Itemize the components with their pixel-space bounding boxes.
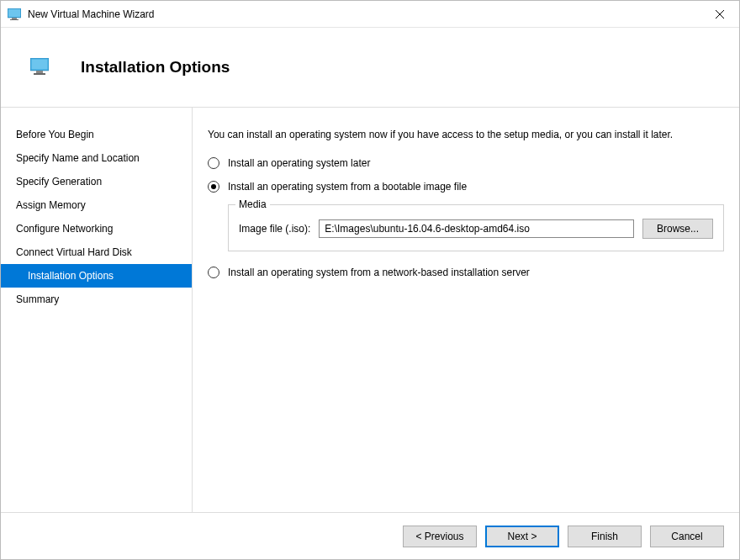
radio-install-later[interactable] (208, 157, 219, 169)
radio-install-bootable[interactable] (208, 181, 219, 193)
finish-button[interactable]: Finish (568, 526, 642, 547)
nav-summary[interactable]: Summary (1, 288, 192, 311)
titlebar: New Virtual Machine Wizard (1, 1, 739, 28)
wizard-body: Before You Begin Specify Name and Locati… (1, 108, 739, 512)
nav-specify-generation[interactable]: Specify Generation (1, 170, 192, 193)
content-pane: You can install an operating system now … (193, 108, 739, 512)
wizard-footer: < Previous Next > Finish Cancel (1, 512, 739, 559)
svg-rect-5 (32, 60, 48, 70)
page-title: Installation Options (81, 58, 230, 77)
radio-install-later-label: Install an operating system later (228, 157, 370, 169)
image-file-label: Image file (.iso): (239, 223, 310, 235)
image-file-input[interactable] (319, 219, 634, 238)
media-group: Media Image file (.iso): Browse... (228, 204, 724, 251)
nav-assign-memory[interactable]: Assign Memory (1, 193, 192, 217)
header-icon (30, 58, 49, 75)
svg-rect-7 (34, 73, 45, 75)
window-title: New Virtual Machine Wizard (28, 8, 700, 20)
nav-connect-virtual-hard-disk[interactable]: Connect Virtual Hard Disk (1, 240, 192, 264)
previous-button[interactable]: < Previous (403, 526, 477, 547)
svg-rect-1 (8, 9, 20, 17)
option-install-network[interactable]: Install an operating system from a netwo… (208, 267, 724, 278)
option-install-bootable[interactable]: Install an operating system from a boota… (208, 181, 724, 193)
browse-button[interactable]: Browse... (642, 219, 713, 239)
svg-rect-2 (12, 18, 17, 19)
radio-install-network[interactable] (208, 267, 219, 278)
next-button[interactable]: Next > (485, 526, 559, 547)
option-install-later[interactable]: Install an operating system later (208, 157, 724, 169)
intro-text: You can install an operating system now … (208, 128, 724, 142)
cancel-button[interactable]: Cancel (650, 526, 724, 547)
wizard-header: Installation Options (1, 28, 739, 108)
radio-install-network-label: Install an operating system from a netwo… (228, 267, 530, 278)
svg-rect-6 (36, 71, 43, 73)
nav-configure-networking[interactable]: Configure Networking (1, 217, 192, 240)
app-icon (8, 8, 21, 21)
sidebar-nav: Before You Begin Specify Name and Locati… (1, 108, 193, 512)
media-legend: Media (235, 198, 270, 210)
radio-install-bootable-label: Install an operating system from a boota… (228, 181, 467, 193)
close-button[interactable] (700, 1, 739, 28)
svg-rect-3 (10, 19, 18, 20)
nav-specify-name-location[interactable]: Specify Name and Location (1, 146, 192, 170)
nav-installation-options[interactable]: Installation Options (1, 264, 192, 288)
wizard-window: New Virtual Machine Wizard Installation … (0, 0, 740, 560)
nav-before-you-begin[interactable]: Before You Begin (1, 123, 192, 146)
